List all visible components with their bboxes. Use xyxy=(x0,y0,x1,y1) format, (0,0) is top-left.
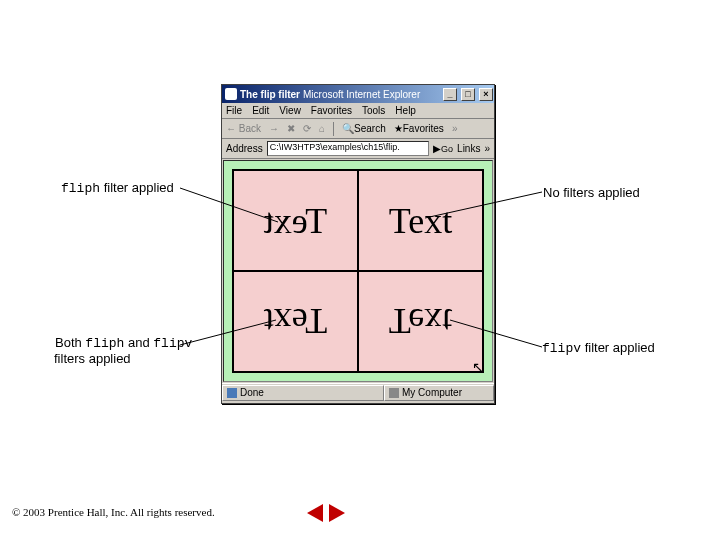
statusbar: Done My Computer xyxy=(222,383,494,401)
links-button[interactable]: Links xyxy=(457,143,480,154)
status-text-left: Done xyxy=(240,387,264,398)
done-icon xyxy=(227,388,237,398)
toolbar-more[interactable]: » xyxy=(452,123,458,134)
cell-fliph: Text xyxy=(233,170,358,271)
refresh-button[interactable]: ⟳ xyxy=(303,123,311,134)
browser-window: The flip filter Microsoft Internet Explo… xyxy=(221,84,495,404)
prev-slide-button[interactable] xyxy=(307,504,323,522)
forward-button: → xyxy=(269,123,279,134)
addressbar: Address C:\IW3HTP3\examples\ch15\flip. ▶… xyxy=(222,139,494,159)
cell-flipv: Text xyxy=(358,271,483,372)
status-right: My Computer xyxy=(384,385,494,401)
menubar: File Edit View Favorites Tools Help xyxy=(222,103,494,119)
address-label: Address xyxy=(226,143,263,154)
menu-file[interactable]: File xyxy=(226,105,242,116)
copyright: © 2003 Prentice Hall, Inc. All rights re… xyxy=(12,506,215,518)
menu-view[interactable]: View xyxy=(279,105,301,116)
window-title-app: Microsoft Internet Explorer xyxy=(303,89,420,100)
minimize-button[interactable]: _ xyxy=(443,88,457,101)
toolbar: ← Back → ✖ ⟳ ⌂ 🔍Search ★Favorites » xyxy=(222,119,494,139)
status-left: Done xyxy=(222,385,384,401)
cursor-icon: ↖ xyxy=(472,359,484,375)
home-button[interactable]: ⌂ xyxy=(319,123,325,134)
ie-icon xyxy=(225,88,237,100)
computer-icon xyxy=(389,388,399,398)
maximize-button[interactable]: □ xyxy=(461,88,475,101)
page-content: Text Text Text Text ↖ xyxy=(223,160,493,382)
next-slide-button[interactable] xyxy=(329,504,345,522)
cell-normal: Text xyxy=(358,170,483,271)
callout-fliph: fliph filter applied xyxy=(61,180,174,196)
address-input[interactable]: C:\IW3HTP3\examples\ch15\flip. xyxy=(267,141,429,156)
window-title-page: The flip filter xyxy=(240,89,300,100)
cell-fliphv: Text xyxy=(233,271,358,372)
flip-table: Text Text Text Text xyxy=(232,169,484,373)
address-more[interactable]: » xyxy=(484,143,490,154)
callout-both: Both fliph and flipv filters applied xyxy=(55,335,215,366)
callout-flipv: flipv filter applied xyxy=(542,340,655,356)
menu-edit[interactable]: Edit xyxy=(252,105,269,116)
status-text-right: My Computer xyxy=(402,387,462,398)
favorites-button[interactable]: ★Favorites xyxy=(394,123,444,134)
menu-favorites[interactable]: Favorites xyxy=(311,105,352,116)
go-button[interactable]: ▶Go xyxy=(433,143,453,154)
stop-button[interactable]: ✖ xyxy=(287,123,295,134)
titlebar: The flip filter Microsoft Internet Explo… xyxy=(222,85,494,103)
menu-help[interactable]: Help xyxy=(395,105,416,116)
menu-tools[interactable]: Tools xyxy=(362,105,385,116)
callout-nofilter: No filters applied xyxy=(543,185,640,200)
search-button[interactable]: 🔍Search xyxy=(342,123,386,134)
slide: The flip filter Microsoft Internet Explo… xyxy=(0,0,720,540)
back-button[interactable]: ← Back xyxy=(226,123,261,134)
close-button[interactable]: × xyxy=(479,88,493,101)
nav-arrows xyxy=(307,504,345,522)
